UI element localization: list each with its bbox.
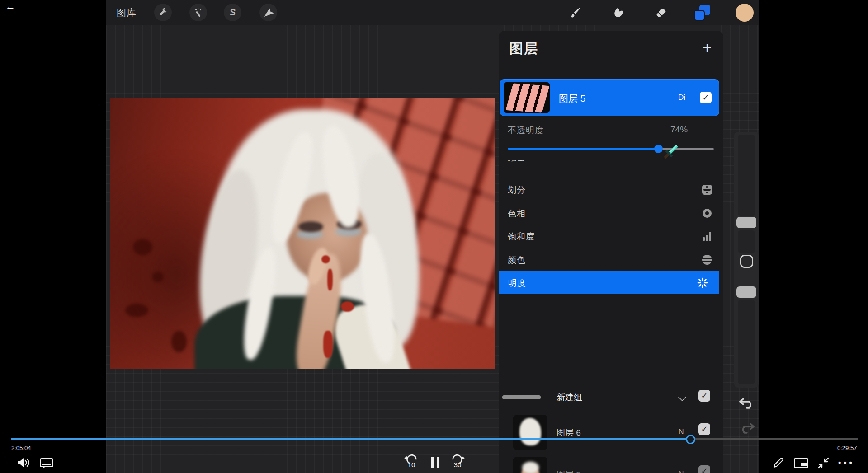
layers-panel-title: 图层 xyxy=(509,40,538,58)
pip-button[interactable] xyxy=(794,458,808,468)
seek-bar-progress xyxy=(11,438,691,440)
layer-thumbnail xyxy=(513,457,547,473)
collapse-arrows-icon xyxy=(816,456,830,470)
smudge-button[interactable] xyxy=(609,4,627,21)
pencil-icon xyxy=(771,456,785,470)
adjustments-button[interactable] xyxy=(189,4,207,21)
eraser-icon xyxy=(655,7,667,19)
layers-button[interactable] xyxy=(694,5,710,21)
brush-icon xyxy=(570,7,581,19)
opacity-label: 不透明度 xyxy=(508,125,544,136)
opacity-slider-handle[interactable] xyxy=(736,286,756,298)
add-layer-button[interactable]: + xyxy=(703,39,712,56)
gallery-button[interactable]: 图库 xyxy=(117,6,137,19)
layer-name: 图层 5 xyxy=(557,469,581,473)
blend-mode-item[interactable]: 颜色 xyxy=(499,248,723,271)
wrench-icon xyxy=(158,8,168,18)
current-color-button[interactable] xyxy=(736,4,754,22)
blend-mode-item[interactable]: 色相 xyxy=(499,201,723,225)
undo-button[interactable] xyxy=(738,394,756,412)
modify-button[interactable] xyxy=(740,255,753,268)
blend-mode-item[interactable]: 划分 xyxy=(499,178,723,201)
pause-button[interactable] xyxy=(429,457,441,470)
layer-visibility-checkbox[interactable]: ✓ xyxy=(698,465,710,473)
magic-wand-icon xyxy=(193,8,203,18)
blend-mode-menu: 减去 划分 色相 饱和度 颜色 xyxy=(499,160,723,321)
layer-thumbnail xyxy=(513,415,547,450)
selection-button[interactable]: S xyxy=(224,4,241,21)
procreate-sidebar xyxy=(734,132,759,388)
more-options-button[interactable]: ••• xyxy=(838,458,855,468)
hue-ring-icon xyxy=(702,208,712,219)
volume-button[interactable] xyxy=(16,456,30,471)
remaining-time: 0:29:57 xyxy=(837,445,857,451)
procreate-recording: 图库 S xyxy=(106,0,760,473)
seek-bar[interactable] xyxy=(0,436,868,442)
blend-mode-item[interactable]: 饱和度 xyxy=(499,225,723,248)
subtitles-icon xyxy=(40,458,53,467)
eraser-button[interactable] xyxy=(652,4,670,21)
brush-button[interactable] xyxy=(566,4,584,21)
layer-group-row[interactable]: 新建组 ✓ xyxy=(499,382,723,413)
video-player: 图库 S xyxy=(0,0,868,473)
luminosity-starburst-icon xyxy=(697,277,708,288)
group-thumbnail-bar xyxy=(502,395,541,399)
layer-visibility-checkbox[interactable]: ✓ xyxy=(698,423,710,435)
blend-mode-item-selected[interactable]: 明度 xyxy=(499,271,719,294)
color-circle-icon xyxy=(702,254,712,265)
player-back-button[interactable]: ← xyxy=(5,1,15,13)
seek-bar-remaining xyxy=(691,438,858,440)
transform-button[interactable] xyxy=(259,4,277,21)
rewind-10-button[interactable]: 10 xyxy=(402,454,420,471)
redo-button[interactable] xyxy=(738,419,756,437)
picture-in-picture-icon xyxy=(794,458,808,468)
saturation-bars-icon xyxy=(702,231,712,242)
layer-row[interactable]: 图层 6 N ✓ xyxy=(499,413,723,452)
opacity-value: 74% xyxy=(670,125,688,135)
blend-mode-item[interactable]: 减去 xyxy=(499,160,723,169)
artwork-canvas[interactable] xyxy=(110,98,495,369)
layer-row[interactable]: 图层 5 N ✓ xyxy=(499,455,723,473)
actions-wrench-button[interactable] xyxy=(154,4,172,21)
subtitles-button[interactable] xyxy=(40,458,53,467)
current-time: 2:05:04 xyxy=(11,445,31,451)
blend-mode-badge[interactable]: N xyxy=(679,470,684,473)
speaker-icon xyxy=(16,456,30,469)
group-visibility-checkbox[interactable]: ✓ xyxy=(698,390,710,402)
group-name: 新建组 xyxy=(557,392,582,403)
smudge-finger-icon xyxy=(613,7,624,19)
pause-icon xyxy=(431,457,434,468)
opacity-slider[interactable] xyxy=(508,145,714,153)
layer-visibility-checkbox[interactable]: ✓ xyxy=(700,92,712,103)
blend-mode-badge[interactable]: Di xyxy=(678,93,685,102)
chevron-down-icon[interactable] xyxy=(678,393,686,401)
divide-icon xyxy=(702,184,712,195)
seek-bar-playhead[interactable] xyxy=(686,435,695,444)
cursor-arrow-icon xyxy=(264,8,274,18)
brush-size-slider-handle[interactable] xyxy=(736,217,756,228)
layer-row-selected[interactable]: 图层 5 Di ✓ xyxy=(500,79,719,116)
forward-30-button[interactable]: 30 xyxy=(448,454,467,471)
selection-s-icon: S xyxy=(230,7,236,18)
layers-panel: 图层 + 图层 5 Di ✓ 不透明度 74% xyxy=(499,31,723,473)
collapse-button[interactable] xyxy=(816,456,830,472)
annotate-button[interactable] xyxy=(771,456,785,472)
blend-mode-badge[interactable]: N xyxy=(679,428,684,436)
layer-name: 图层 5 xyxy=(559,92,586,105)
layer-thumbnail xyxy=(504,82,550,113)
procreate-top-toolbar: 图库 S xyxy=(106,0,760,25)
